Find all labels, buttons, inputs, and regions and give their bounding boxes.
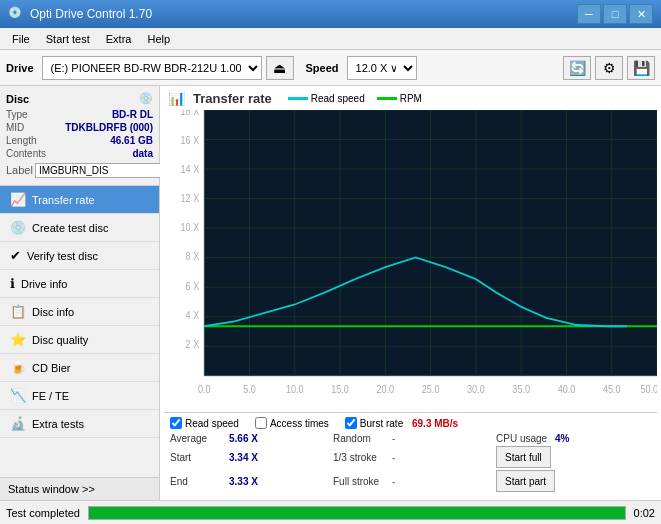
random-label: Random [333, 433, 388, 444]
progress-bar-container [88, 506, 626, 520]
svg-text:14 X: 14 X [181, 163, 200, 175]
disc-mid-row: MID TDKBLDRFB (000) [6, 122, 153, 133]
start-part-row: Start part [496, 470, 651, 492]
sidebar-item-disc-info-label: Disc info [32, 306, 74, 318]
svg-text:45.0: 45.0 [603, 383, 621, 395]
svg-text:12 X: 12 X [181, 192, 200, 204]
minimize-button[interactable]: ─ [577, 4, 601, 24]
svg-text:10.0: 10.0 [286, 383, 304, 395]
start-value: 3.34 X [229, 452, 264, 463]
start-full-button[interactable]: Start full [496, 446, 551, 468]
legend-read-speed: Read speed [288, 93, 365, 104]
app-icon: 💿 [8, 6, 24, 22]
svg-text:35.0: 35.0 [512, 383, 530, 395]
status-window-button[interactable]: Status window >> [0, 477, 159, 500]
start-part-button[interactable]: Start part [496, 470, 555, 492]
svg-text:50.0 GB: 50.0 GB [640, 383, 657, 395]
title-bar: 💿 Opti Drive Control 1.70 ─ □ ✕ [0, 0, 661, 28]
disc-label-input[interactable] [35, 163, 170, 178]
disc-info-icon: 📋 [10, 304, 26, 319]
chart-title: Transfer rate [193, 91, 272, 106]
random-row: Random - [333, 433, 488, 444]
save-button[interactable]: 💾 [627, 56, 655, 80]
read-speed-checkbox-item: Read speed [170, 417, 239, 429]
main-content: Disc 💿 Type BD-R DL MID TDKBLDRFB (000) … [0, 86, 661, 500]
menu-extra[interactable]: Extra [98, 31, 140, 47]
speed-select[interactable]: 12.0 X ∨ [347, 56, 417, 80]
svg-text:0.0: 0.0 [198, 383, 211, 395]
sidebar-item-extra-tests-label: Extra tests [32, 418, 84, 430]
access-times-checkbox[interactable] [255, 417, 267, 429]
sidebar-item-transfer-rate[interactable]: 📈 Transfer rate [0, 186, 159, 214]
sidebar-item-fe-te[interactable]: 📉 FE / TE [0, 382, 159, 410]
disc-type-row: Type BD-R DL [6, 109, 153, 120]
sidebar-item-transfer-rate-label: Transfer rate [32, 194, 95, 206]
chart-header: 📊 Transfer rate Read speed RPM [164, 90, 657, 106]
transfer-rate-icon: 📈 [10, 192, 26, 207]
sidebar-item-fe-te-label: FE / TE [32, 390, 69, 402]
sidebar-item-drive-info[interactable]: ℹ Drive info [0, 270, 159, 298]
disc-info-panel: Disc 💿 Type BD-R DL MID TDKBLDRFB (000) … [0, 86, 159, 186]
svg-text:15.0: 15.0 [331, 383, 349, 395]
nav-items: 📈 Transfer rate 💿 Create test disc ✔ Ver… [0, 186, 159, 477]
speed-label: Speed [306, 62, 339, 74]
access-times-checkbox-item: Access times [255, 417, 329, 429]
progress-bar-fill [89, 507, 625, 519]
window-controls: ─ □ ✕ [577, 4, 653, 24]
sidebar-item-cd-bier[interactable]: 🍺 CD Bier [0, 354, 159, 382]
disc-quality-icon: ⭐ [10, 332, 26, 347]
checkboxes-row: Read speed Access times Burst rate 69.3 … [170, 417, 651, 429]
menu-file[interactable]: File [4, 31, 38, 47]
disc-label-row: Label ⚙ [6, 161, 153, 179]
svg-text:20.0: 20.0 [377, 383, 395, 395]
start-full-row: Start full [496, 446, 651, 468]
fe-te-icon: 📉 [10, 388, 26, 403]
verify-test-disc-icon: ✔ [10, 248, 21, 263]
status-text: Test completed [6, 507, 80, 519]
stroke2-value: - [392, 476, 395, 487]
end-label: End [170, 476, 225, 487]
drive-select[interactable]: (E:) PIONEER BD-RW BDR-212U 1.00 [42, 56, 262, 80]
burst-rate-checkbox[interactable] [345, 417, 357, 429]
disc-contents-label: Contents [6, 148, 46, 159]
chart-area: 📊 Transfer rate Read speed RPM [160, 86, 661, 500]
disc-mid-value: TDKBLDRFB (000) [65, 122, 153, 133]
sidebar-item-drive-info-label: Drive info [21, 278, 67, 290]
svg-text:16 X: 16 X [181, 134, 200, 146]
sidebar-item-extra-tests[interactable]: 🔬 Extra tests [0, 410, 159, 438]
burst-rate-checkbox-item: Burst rate 69.3 MB/s [345, 417, 458, 429]
average-label: Average [170, 433, 225, 444]
sidebar-item-create-test-disc[interactable]: 💿 Create test disc [0, 214, 159, 242]
read-speed-checkbox[interactable] [170, 417, 182, 429]
maximize-button[interactable]: □ [603, 4, 627, 24]
stroke2-label: Full stroke [333, 476, 388, 487]
refresh-button[interactable]: 🔄 [563, 56, 591, 80]
access-times-checkbox-label: Access times [270, 418, 329, 429]
start-row: Start 3.34 X [170, 446, 325, 468]
sidebar-item-disc-info[interactable]: 📋 Disc info [0, 298, 159, 326]
disc-contents-value: data [132, 148, 153, 159]
app-title: Opti Drive Control 1.70 [30, 7, 577, 21]
sidebar-item-cd-bier-label: CD Bier [32, 362, 71, 374]
eject-button[interactable]: ⏏ [266, 56, 294, 80]
disc-type-label: Type [6, 109, 28, 120]
stats-area: Read speed Access times Burst rate 69.3 … [164, 412, 657, 496]
stroke1-row: 1/3 stroke - [333, 446, 488, 468]
settings-button[interactable]: ⚙ [595, 56, 623, 80]
end-row: End 3.33 X [170, 470, 325, 492]
average-row: Average 5.66 X [170, 433, 325, 444]
menu-help[interactable]: Help [139, 31, 178, 47]
cpu-row: CPU usage 4% [496, 433, 651, 444]
sidebar-item-disc-quality[interactable]: ⭐ Disc quality [0, 326, 159, 354]
sidebar-item-verify-test-disc[interactable]: ✔ Verify test disc [0, 242, 159, 270]
toolbar: Drive (E:) PIONEER BD-RW BDR-212U 1.00 ⏏… [0, 50, 661, 86]
svg-text:18 X: 18 X [181, 110, 200, 117]
chart-svg-container: 18 X 16 X 14 X 12 X 10 X 8 X 6 X 4 X 2 X… [164, 110, 657, 412]
stroke1-value: - [392, 452, 395, 463]
menu-start-test[interactable]: Start test [38, 31, 98, 47]
legend-read-label: Read speed [311, 93, 365, 104]
stats-grid: Average 5.66 X Random - CPU usage 4% Sta… [170, 433, 651, 492]
close-button[interactable]: ✕ [629, 4, 653, 24]
disc-length-row: Length 46.61 GB [6, 135, 153, 146]
cd-bier-icon: 🍺 [10, 360, 26, 375]
